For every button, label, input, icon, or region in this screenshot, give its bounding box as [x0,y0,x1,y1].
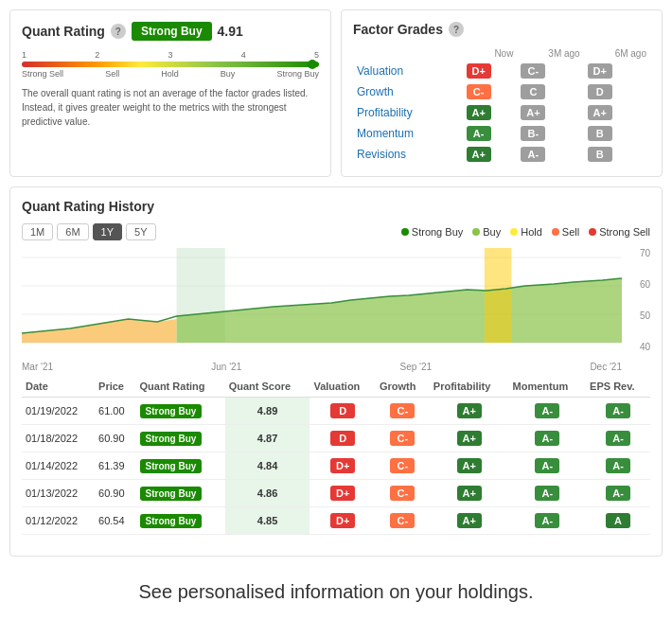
rating-bar-indicator [308,60,317,69]
period-buttons: 1M 6M 1Y 5Y [22,223,156,240]
cell-valuation-0: D [309,398,376,425]
factor-now-3: A- [463,123,518,144]
cell-price-4: 60.54 [95,507,135,535]
chart-svg [22,248,622,352]
cell-date-1: 01/18/2022 [22,425,95,452]
cell-growth-1: C- [376,425,430,452]
factor-name-3[interactable]: Momentum [353,123,463,144]
factor-name-2[interactable]: Profitability [353,102,463,123]
col-date: Date [22,376,95,398]
cell-date-0: 01/19/2022 [22,398,95,425]
main-container: Quant Rating ? Strong Buy 4.91 1 2 3 4 5… [0,0,672,628]
factor-name-0[interactable]: Valuation [353,61,463,81]
factor-grades-title-row: Factor Grades ? [353,22,650,37]
eps-badge-2: A- [606,458,630,473]
x-label-jun21: Jun '21 [211,362,241,372]
chart-y-labels: 70 60 50 40 [640,248,650,352]
chart-wrapper: 70 60 50 40 [22,248,650,362]
eps-badge-3: A- [606,486,630,501]
quant-rating-title-row: Quant Rating ? Strong Buy 4.91 [22,22,319,41]
legend-buy: Buy [472,226,501,238]
quant-rating-label: Quant Rating [22,24,105,39]
col-rating: Quant Rating [136,376,225,398]
grade-6m-badge-3: B [588,126,612,141]
factor-grades-table: Now 3M ago 6M ago Valuation D+ C- D+ Gro… [353,46,650,165]
chart-highlight-2 [485,248,512,343]
cell-eps-4: A [586,507,650,535]
factor-6m-3: B [584,123,650,144]
cell-score-1: 4.87 [225,425,310,452]
cell-price-2: 61.39 [95,452,135,480]
cell-score-3: 4.86 [225,480,310,507]
rating-bar: 1 2 3 4 5 Strong Sell Sell Hold Buy Stro… [22,50,319,79]
x-label-sep21: Sep '21 [400,362,433,372]
factor-now-4: A+ [463,144,518,165]
table-row: 01/18/2022 60.90 Strong Buy 4.87 D C- A+… [22,425,650,452]
grade-3m-badge-2: A+ [521,105,545,120]
legend-hold-label: Hold [521,226,542,238]
eps-badge-0: A- [606,403,630,418]
factor-row: Revisions A+ A- B [353,144,650,165]
period-5y[interactable]: 5Y [126,223,155,240]
cell-price-1: 60.90 [95,425,135,452]
y-label-40: 40 [640,342,650,352]
rating-bar-track [22,62,319,67]
cell-growth-0: C- [376,398,430,425]
grade-now-badge-0: D+ [467,63,491,79]
val-badge-1: D [330,431,355,446]
factor-now-0: D+ [463,61,518,81]
factor-3m-3: B- [517,123,583,144]
factor-name-1[interactable]: Growth [353,81,463,102]
cell-profitability-4: A+ [430,507,509,535]
grade-3m-badge-3: B- [521,126,545,141]
cell-momentum-2: A- [509,452,587,480]
factor-grades-help-icon[interactable]: ? [449,22,464,37]
history-controls: 1M 6M 1Y 5Y Strong Buy Buy Hold [22,223,650,240]
table-row: 01/19/2022 61.00 Strong Buy 4.89 D C- A+… [22,398,650,425]
legend-strong-sell-label: Strong Sell [599,226,650,238]
rating-badge-3: Strong Buy [140,487,203,501]
history-title: Quant Rating History [22,199,650,214]
top-row: Quant Rating ? Strong Buy 4.91 1 2 3 4 5… [9,9,663,177]
cell-valuation-3: D+ [309,480,376,507]
growth-badge-2: C- [390,458,415,473]
momentum-badge-2: A- [535,458,559,473]
cell-score-2: 4.84 [225,452,310,480]
profit-badge-2: A+ [457,458,482,473]
cell-date-2: 01/14/2022 [22,452,95,480]
cell-price-0: 61.00 [95,398,135,425]
col-momentum: Momentum [509,376,587,398]
legend-sell: Sell [552,226,579,238]
bottom-banner-text: See personalised information on your hol… [139,581,534,602]
col-eps: EPS Rev. [586,376,650,398]
factor-row: Momentum A- B- B [353,123,650,144]
col-score: Quant Score [225,376,310,398]
profit-badge-1: A+ [457,431,482,446]
legend-strong-sell-dot [589,228,596,236]
momentum-badge-1: A- [535,431,559,446]
legend-strong-buy: Strong Buy [401,226,463,238]
factor-now-1: C- [463,81,518,102]
legend-sell-label: Sell [562,226,579,238]
quant-description: The overall quant rating is not an avera… [22,86,319,129]
cell-profitability-1: A+ [430,425,509,452]
cell-growth-2: C- [376,452,430,480]
factor-col-3m: 3M ago [517,46,583,61]
factor-3m-4: A- [517,144,583,165]
grade-now-badge-2: A+ [467,105,491,120]
cell-rating-0: Strong Buy [136,398,225,425]
period-1m[interactable]: 1M [22,223,53,240]
period-6m[interactable]: 6M [57,223,88,240]
factor-name-4[interactable]: Revisions [353,144,463,165]
quant-rating-help-icon[interactable]: ? [111,24,126,39]
factor-3m-2: A+ [517,102,583,123]
growth-badge-0: C- [390,403,415,418]
momentum-badge-4: A- [535,513,559,528]
period-1y[interactable]: 1Y [93,223,122,240]
grade-now-badge-3: A- [467,126,491,141]
rating-labels: Strong Sell Sell Hold Buy Strong Buy [22,69,319,79]
cell-rating-4: Strong Buy [136,507,225,535]
bottom-banner: See personalised information on your hol… [9,566,663,618]
factor-row: Profitability A+ A+ A+ [353,102,650,123]
grade-3m-badge-0: C- [521,63,545,79]
